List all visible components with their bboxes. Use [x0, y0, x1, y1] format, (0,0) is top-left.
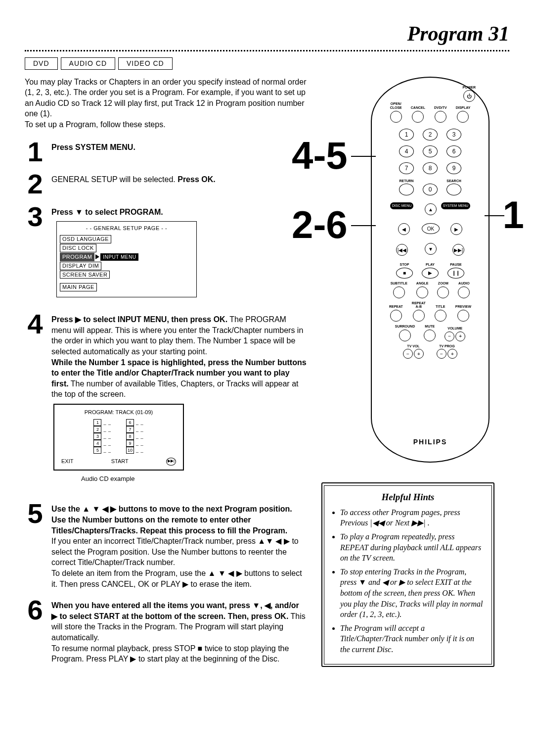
program-exit: EXIT	[61, 458, 73, 465]
btn-label: TITLE	[436, 305, 445, 309]
return-button	[399, 184, 414, 195]
btn-label: DISPLAY	[456, 106, 471, 110]
right-arrow-icon	[95, 254, 99, 259]
step-number: 3	[25, 205, 45, 229]
btn-label: CANCEL	[411, 106, 425, 110]
btn-label: REPEAT A-B	[412, 301, 426, 309]
osd-item: OSD LANGUAGE	[60, 235, 111, 243]
remote-diagram: POWER ⏻ OPEN/ CLOSE CANCEL DVD/TV DISPLA…	[371, 77, 490, 463]
program-caption: Audio CD example	[81, 474, 307, 483]
dpad: DISC MENU SYSTEM MENU ▲ ◀ OK ▶ ▼ |◀◀ ▶▶|	[393, 204, 467, 254]
step-number: 4	[25, 312, 45, 336]
osd-item: DISPLAY DIM	[60, 262, 101, 270]
osd-header: - - GENERAL SETUP PAGE - -	[60, 225, 193, 232]
media-tag: VIDEO CD	[118, 57, 173, 70]
prev-icon: |◀◀	[396, 244, 408, 256]
btn-label: ZOOM	[438, 282, 448, 285]
page-title: Program 31	[25, 20, 509, 48]
step-text: To delete an item from the Program, use …	[51, 569, 302, 588]
num-button: 3	[446, 129, 461, 141]
slot-num: 3	[93, 433, 101, 440]
btn-label: SUBTITLE	[391, 282, 407, 285]
osd-item-selected: PROGRAM	[60, 253, 94, 261]
display-button	[457, 111, 469, 123]
btn-label: OPEN/ CLOSE	[390, 102, 402, 109]
btn-label: SURROUND	[395, 325, 415, 329]
osd-panel: - - GENERAL SETUP PAGE - - OSD LANGUAGE …	[56, 221, 197, 297]
stop-icon: ■	[396, 268, 413, 279]
tvprog-down-button: −	[437, 349, 446, 359]
num-button: 2	[423, 129, 438, 141]
left-arrow-icon: ◀	[398, 223, 410, 235]
surround-button	[399, 330, 411, 341]
num-button: 6	[446, 145, 461, 157]
num-button: 1	[399, 129, 414, 141]
step-bold: Use the ▲ ▼ ◀ ▶ buttons to move to the n…	[51, 505, 292, 534]
step-3: 3 Press ▼ to select PROGRAM. - - GENERAL…	[25, 205, 307, 304]
right-arrow-icon: ▶	[450, 223, 462, 235]
slot-num: 5	[93, 447, 101, 454]
zoom-button	[437, 286, 449, 298]
intro-text: You may play Tracks or Chapters in an or…	[25, 77, 307, 130]
osd-submenu: INPUT MENU	[100, 253, 138, 261]
slot-num: 8	[126, 433, 134, 440]
step-number: 1	[25, 140, 45, 164]
search-label: SEARCH	[446, 179, 461, 183]
osd-item: SCREEN SAVER	[60, 271, 110, 279]
next-icon: ▶▶|	[452, 244, 464, 256]
helpful-hints-box: Helpful Hints To access other Program pa…	[321, 482, 494, 667]
btn-label: DVD/TV	[434, 106, 447, 110]
tvvol-up-button: +	[414, 349, 424, 359]
pause-label: PAUSE	[450, 263, 462, 267]
repeat-ab-button	[413, 310, 425, 322]
btn-label: AUDIO	[458, 282, 470, 285]
callout-2-6: 2-6	[292, 205, 348, 244]
tvprog-up-button: +	[447, 349, 457, 359]
title-button	[435, 310, 446, 322]
media-tags: DVD AUDIO CD VIDEO CD	[25, 57, 509, 70]
step-bold: Press ▼ to select PROGRAM.	[51, 208, 163, 216]
hint-item: To play a Program repeatedly, press REPE…	[340, 531, 485, 564]
step-1: 1 Press SYSTEM MENU.	[25, 140, 307, 164]
cancel-button	[412, 111, 424, 123]
tvvol-down-button: −	[403, 349, 413, 359]
search-button	[446, 184, 461, 195]
disc-menu-label: DISC MENU	[390, 202, 413, 209]
step-number: 6	[25, 598, 45, 622]
subtitle-button	[393, 286, 405, 298]
hints-title: Helpful Hints	[331, 491, 485, 503]
btn-label: REPEAT	[389, 305, 403, 309]
step-6: 6 When you have entered all the items yo…	[25, 598, 307, 664]
tvprog-label: TV PROG	[439, 344, 455, 348]
num-button: 7	[399, 162, 414, 174]
btn-label: ANGLE	[416, 282, 429, 285]
step-body: Press SYSTEM MENU.	[51, 143, 135, 151]
callout-4-5: 4-5	[292, 136, 348, 175]
step-bold: When you have entered all the items you …	[51, 601, 299, 620]
audio-button	[458, 286, 470, 298]
step-5: 5 Use the ▲ ▼ ◀ ▶ buttons to move to the…	[25, 502, 307, 589]
repeat-button	[390, 310, 402, 322]
remote-column: 4-5 2-6 1 POWER ⏻ OPEN/ CLOSE CANCEL DVD…	[321, 77, 509, 673]
program-title: PROGRAM: TRACK (01-09)	[59, 409, 178, 416]
vol-up-button: +	[455, 331, 465, 341]
osd-item: DISC LOCK	[60, 244, 96, 252]
num-button: 0	[423, 184, 438, 195]
program-panel: PROGRAM: TRACK (01-09) 1_ _ 2_ _ 3_ _ 4_…	[53, 404, 184, 471]
num-button: 5	[423, 145, 438, 157]
btn-label: MUTE	[425, 325, 435, 329]
slot-num: 2	[93, 426, 101, 433]
osd-footer: MAIN PAGE	[60, 283, 97, 291]
slot-num: 10	[126, 447, 134, 454]
step-number: 5	[25, 502, 45, 525]
divider-dots	[25, 50, 509, 51]
dvd-tv-button	[435, 111, 446, 123]
step-number: 2	[25, 172, 45, 196]
next-icon: ▶▶|	[166, 458, 176, 466]
tvvol-label: TV VOL	[407, 344, 419, 348]
num-button: 4	[399, 145, 414, 157]
media-tag: AUDIO CD	[61, 57, 115, 70]
step-bold: Press OK.	[178, 175, 215, 184]
callout-1: 1	[503, 195, 524, 234]
brand-logo: PHILIPS	[413, 437, 447, 447]
